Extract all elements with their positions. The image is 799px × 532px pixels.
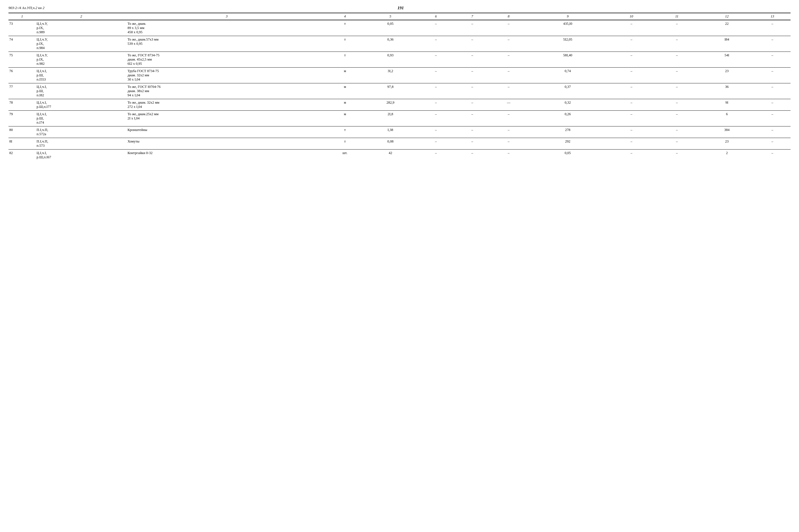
col-header-7: 7: [454, 13, 490, 20]
table-row: 76Ц.I,ч.I,р.Ш,п.I553Труба ГОСТ 8734-75ди…: [8, 68, 791, 83]
cell-row7-col9: 0,26: [527, 111, 609, 127]
cell-row5-col3: То же, ГОСТ I0704-76диам. 38x2 мм94 x I,…: [127, 83, 327, 99]
col-header-1: 1: [8, 13, 36, 20]
cell-row1-col11: –: [654, 20, 700, 36]
cell-row3-col1: 75: [8, 52, 36, 68]
cell-row9-col7: –: [454, 138, 490, 150]
cell-row9-col9: 292: [527, 138, 609, 150]
cell-row4-col7: –: [454, 68, 490, 83]
cell-row5-col6: –: [418, 83, 454, 99]
cell-row1-col12: 22: [700, 20, 754, 36]
cell-row8-col4: т: [327, 127, 363, 138]
cell-row1-col13: –: [754, 20, 791, 36]
cell-row7-col6: –: [418, 111, 454, 127]
table-row: 80П.I,ч.П,п.572аКронштейнытI,38–––278––3…: [8, 127, 791, 138]
cell-row1-col2: Ц.I,ч.У,р.IX,п.989: [36, 20, 127, 36]
cell-row1-col5: 0,05: [363, 20, 418, 36]
cell-row1-col10: –: [609, 20, 654, 36]
cell-row5-col2: Ц.I,ч.I,р.Ш,п.I82: [36, 83, 127, 99]
cell-row10-col2: Ц.I,ч.I,р.Ш,п.I67: [36, 150, 127, 161]
cell-row4-col5: 3I,2: [363, 68, 418, 83]
cell-row7-col5: 2I,8: [363, 111, 418, 127]
table-row: 77Ц.I,ч.I,р.Ш,п.I82То же, ГОСТ I0704-76д…: [8, 83, 791, 99]
cell-row10-col13: –: [754, 150, 791, 161]
cell-row4-col4: м: [327, 68, 363, 83]
cell-row1-col9: 435,I0: [527, 20, 609, 36]
table-row: 79Ц.I,ч.I,р.Ш,п.I74То же, диам.25x2 мм2I…: [8, 111, 791, 127]
cell-row2-col1: 74: [8, 36, 36, 52]
cell-row5-col9: 0,37: [527, 83, 609, 99]
cell-row9-col13: –: [754, 138, 791, 150]
cell-row1-col7: –: [454, 20, 490, 36]
cell-row5-col8: –: [490, 83, 527, 99]
cell-row9-col2: П.I,ч.П,п.573: [36, 138, 127, 150]
col-header-3: 3: [127, 13, 327, 20]
cell-row6-col9: 0,32: [527, 99, 609, 111]
cell-row6-col7: –: [454, 99, 490, 111]
cell-row8-col2: П.I,ч.П,п.572а: [36, 127, 127, 138]
cell-row1-col6: –: [418, 20, 454, 36]
cell-row7-col8: –: [490, 111, 527, 127]
main-table: 1 2 3 4 5 6 7 8 9 10 11 12 13 73Ц.I,ч.У,…: [8, 13, 791, 161]
cell-row8-col7: –: [454, 127, 490, 138]
cell-row8-col3: Кронштейны: [127, 127, 327, 138]
cell-row4-col2: Ц.I,ч.I,р.Ш,п.I553: [36, 68, 127, 83]
col-header-11: 11: [654, 13, 700, 20]
cell-row8-col1: 80: [8, 127, 36, 138]
cell-row9-col5: 0,08: [363, 138, 418, 150]
cell-row3-col2: Ц.I,ч.У,р.IX,п.982: [36, 52, 127, 68]
cell-row6-col1: 78: [8, 99, 36, 111]
col-header-13: 13: [754, 13, 791, 20]
cell-row1-col8: –: [490, 20, 527, 36]
table-row: 75Ц.I,ч.У,р.IX,п.982То же, ГОСТ 8734-75д…: [8, 52, 791, 68]
cell-row4-col1: 76: [8, 68, 36, 83]
cell-row10-col1: 82: [8, 150, 36, 161]
cell-row3-col10: –: [609, 52, 654, 68]
cell-row9-col6: –: [418, 138, 454, 150]
cell-row10-col11: –: [654, 150, 700, 161]
col-header-4: 4: [327, 13, 363, 20]
table-row: 73Ц.I,ч.У,р.IX,п.989То же, диам.89 x 3,5…: [8, 20, 791, 36]
cell-row5-col4: м: [327, 83, 363, 99]
cell-row9-col12: 23: [700, 138, 754, 150]
cell-row1-col4: т: [327, 20, 363, 36]
cell-row10-col10: –: [609, 150, 654, 161]
cell-row5-col13: –: [754, 83, 791, 99]
table-row: 74Ц.I,ч.У,р.IX,п.984То же, диам.57x3 мм5…: [8, 36, 791, 52]
cell-row7-col13: –: [754, 111, 791, 127]
cell-row9-col10: –: [609, 138, 654, 150]
cell-row6-col6: –: [418, 99, 454, 111]
cell-row10-col12: 2: [700, 150, 754, 161]
header-left: 903-2-/4 Ал.УП,ч.2 кн 2: [8, 6, 44, 10]
col-header-6: 6: [418, 13, 454, 20]
cell-row5-col5: 97,8: [363, 83, 418, 99]
cell-row6-col3: То же, диам. 32x2 мм272 x I,04: [127, 99, 327, 111]
table-row: 8IП.I,ч.П,п.573Хомутыт0,08–––292––23–: [8, 138, 791, 150]
cell-row2-col12: I84: [700, 36, 754, 52]
col-header-5: 5: [363, 13, 418, 20]
cell-row9-col3: Хомуты: [127, 138, 327, 150]
cell-row8-col9: 278: [527, 127, 609, 138]
cell-row10-col3: Контргайки 0-32: [127, 150, 327, 161]
cell-row3-col9: 58I,40: [527, 52, 609, 68]
cell-row6-col2: Ц.I,ч.I,р.Ш,п.I77: [36, 99, 127, 111]
cell-row3-col8: –: [490, 52, 527, 68]
cell-row10-col7: –: [454, 150, 490, 161]
col-header-10: 10: [609, 13, 654, 20]
cell-row1-col1: 73: [8, 20, 36, 36]
col-header-2: 2: [36, 13, 127, 20]
cell-row3-col4: т: [327, 52, 363, 68]
cell-row8-col13: –: [754, 127, 791, 138]
cell-row7-col4: м: [327, 111, 363, 127]
cell-row2-col4: т: [327, 36, 363, 52]
cell-row3-col11: –: [654, 52, 700, 68]
cell-row7-col11: –: [654, 111, 700, 127]
cell-row6-col13: –: [754, 99, 791, 111]
cell-row7-col7: –: [454, 111, 490, 127]
cell-row8-col8: –: [490, 127, 527, 138]
cell-row2-col3: То же, диам.57x3 мм539 x 0,95: [127, 36, 327, 52]
cell-row8-col6: –: [418, 127, 454, 138]
cell-row2-col5: 0,36: [363, 36, 418, 52]
header-center: 191: [44, 6, 757, 11]
cell-row4-col9: 0,74: [527, 68, 609, 83]
